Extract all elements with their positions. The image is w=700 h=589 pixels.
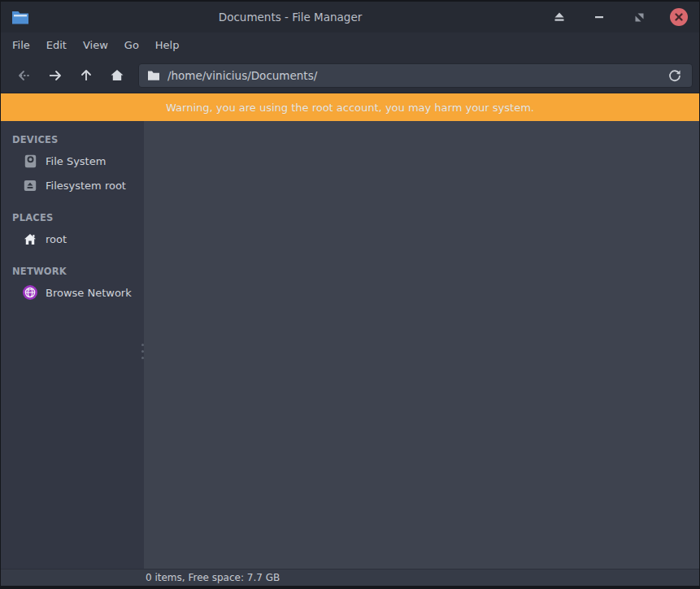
toolbar: /home/vinicius/Documents/ <box>1 58 699 93</box>
section-header-places: PLACES <box>1 209 144 227</box>
menu-go[interactable]: Go <box>116 36 147 54</box>
close-button[interactable] <box>670 8 688 26</box>
minimize-button[interactable] <box>590 8 608 26</box>
forward-button[interactable] <box>40 62 71 89</box>
home-button[interactable] <box>102 62 133 89</box>
file-view[interactable] <box>144 121 699 569</box>
harddisk-icon <box>23 154 37 168</box>
menu-edit[interactable]: Edit <box>38 36 75 54</box>
path-bar[interactable]: /home/vinicius/Documents/ <box>138 63 693 88</box>
section-header-network: NETWORK <box>1 262 144 280</box>
pane-resize-grip[interactable] <box>140 342 146 361</box>
refresh-icon <box>667 68 682 83</box>
root-warning-text: Warning, you are using the root account,… <box>166 102 534 114</box>
back-button[interactable] <box>9 62 40 89</box>
root-warning-banner: Warning, you are using the root account,… <box>1 93 699 121</box>
window-title: Documents - File Manager <box>30 11 550 24</box>
path-text[interactable]: /home/vinicius/Documents/ <box>167 69 664 82</box>
maximize-button[interactable] <box>630 8 648 26</box>
home-icon <box>23 232 37 246</box>
removable-drive-icon <box>23 178 37 193</box>
sidebar-item-label: Browse Network <box>46 287 132 299</box>
forward-icon <box>47 69 63 82</box>
statusbar: 0 items, Free space: 7.7 GB <box>1 569 699 586</box>
network-globe-icon <box>23 285 37 300</box>
sidebar-item-file-system[interactable]: File System <box>1 149 144 173</box>
shade-button[interactable] <box>550 8 568 26</box>
sidebar: DEVICES File System <box>1 121 144 569</box>
menu-view[interactable]: View <box>75 36 116 54</box>
sidebar-section-devices: DEVICES File System <box>1 131 144 197</box>
statusbar-text: 0 items, Free space: 7.7 GB <box>146 572 280 583</box>
file-manager-window: Documents - File Manager <box>0 0 700 589</box>
up-button[interactable] <box>71 62 102 89</box>
sidebar-item-browse-network[interactable]: Browse Network <box>1 280 144 305</box>
menu-help[interactable]: Help <box>147 36 188 54</box>
sidebar-item-root[interactable]: root <box>1 227 144 251</box>
window-controls <box>550 8 688 26</box>
sidebar-section-network: NETWORK Browse Network <box>1 262 144 305</box>
content-area: DEVICES File System <box>1 121 699 569</box>
sidebar-item-label: Filesystem root <box>46 180 126 192</box>
app-folder-icon <box>11 9 30 25</box>
menu-file[interactable]: File <box>4 36 38 54</box>
folder-icon <box>147 70 160 81</box>
up-icon <box>79 68 93 83</box>
titlebar: Documents - File Manager <box>1 2 699 32</box>
sidebar-item-label: File System <box>46 155 106 167</box>
sidebar-section-places: PLACES root <box>1 209 144 251</box>
section-header-devices: DEVICES <box>1 131 144 149</box>
menubar: File Edit View Go Help <box>1 32 699 58</box>
sidebar-item-filesystem-root[interactable]: Filesystem root <box>1 173 144 197</box>
back-icon <box>16 69 33 82</box>
refresh-button[interactable] <box>664 65 685 86</box>
home-toolbar-icon <box>110 68 124 82</box>
sidebar-item-label: root <box>46 233 67 245</box>
